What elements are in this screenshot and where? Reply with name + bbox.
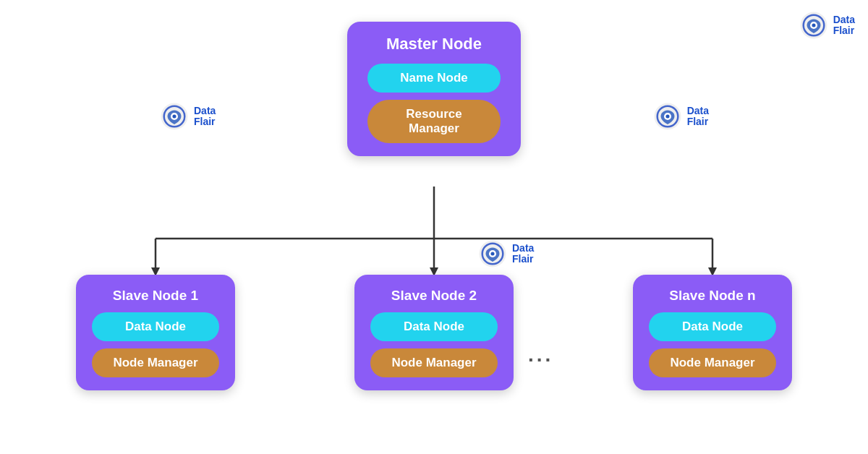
slave1-node-manager-pill: Node Manager bbox=[92, 348, 219, 377]
slave2-data-node-pill: Data Node bbox=[370, 312, 498, 341]
slaven-node-manager-pill: Node Manager bbox=[649, 348, 776, 377]
dataflair-logo-right-mid: Data Flair bbox=[652, 101, 709, 132]
dataflair-text-left-mid: Data Flair bbox=[194, 106, 216, 128]
master-node-title: Master Node bbox=[367, 35, 501, 53]
slave1-data-node-pill: Data Node bbox=[92, 312, 219, 341]
resource-manager-pill: Resource Manager bbox=[367, 100, 501, 143]
ellipsis: ... bbox=[528, 343, 553, 367]
svg-point-16 bbox=[665, 114, 669, 118]
diagram-container: Master Node Name Node Resource Manager S… bbox=[0, 0, 868, 454]
dataflair-icon-top-right bbox=[799, 10, 829, 40]
dataflair-data-label-top-right: Data bbox=[833, 14, 855, 25]
slave-node-1-title: Slave Node 1 bbox=[92, 288, 219, 304]
dataflair-text-top-right: Data Flair bbox=[833, 14, 855, 37]
dataflair-logo-left-mid: Data Flair bbox=[159, 101, 216, 132]
dataflair-logo-center-lower: Data Flair bbox=[477, 239, 534, 269]
dataflair-icon-center-lower bbox=[477, 239, 508, 269]
dataflair-text-right-mid: Data Flair bbox=[687, 106, 709, 128]
svg-point-19 bbox=[490, 252, 494, 255]
slave-node-2-title: Slave Node 2 bbox=[370, 288, 498, 304]
slave-node-1: Slave Node 1 Data Node Node Manager bbox=[76, 275, 235, 390]
dataflair-text-center-lower: Data Flair bbox=[512, 243, 534, 265]
slaven-data-node-pill: Data Node bbox=[649, 312, 776, 341]
name-node-pill: Name Node bbox=[367, 64, 501, 93]
slave-node-n-title: Slave Node n bbox=[649, 288, 776, 304]
dataflair-logo-top-right: Data Flair bbox=[799, 10, 855, 40]
dataflair-icon-left-mid bbox=[159, 101, 190, 132]
svg-point-13 bbox=[172, 114, 176, 118]
dataflair-icon-right-mid bbox=[652, 101, 683, 132]
slave-node-2: Slave Node 2 Data Node Node Manager bbox=[354, 275, 514, 390]
svg-point-10 bbox=[812, 23, 815, 27]
dataflair-flair-label-top-right: Flair bbox=[833, 25, 855, 36]
master-node: Master Node Name Node Resource Manager bbox=[347, 22, 521, 156]
slave-node-n: Slave Node n Data Node Node Manager bbox=[633, 275, 792, 390]
slave2-node-manager-pill: Node Manager bbox=[370, 348, 498, 377]
